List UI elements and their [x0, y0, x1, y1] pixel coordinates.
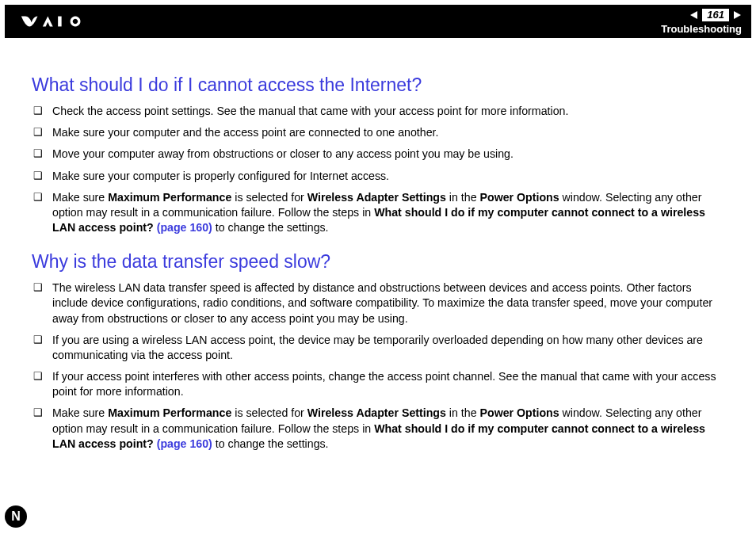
bullet-text: Make sure your computer is properly conf… [52, 169, 724, 184]
bullet-text: Make sure Maximum Performance is selecte… [52, 406, 724, 452]
page-header: 161 Troubleshooting [5, 5, 751, 38]
page-nav: 161 [689, 9, 742, 21]
bold-text: What should I do if my computer cannot c… [52, 422, 705, 450]
footer-marker: N [5, 505, 27, 528]
bold-text: Maximum Performance [108, 406, 231, 419]
bullet-text: The wireless LAN data transfer speed is … [52, 280, 724, 326]
bold-text: Power Options [480, 406, 559, 419]
bullet-icon: ❑ [32, 125, 52, 139]
svg-marker-2 [734, 11, 741, 19]
page-content: What should I do if I cannot access the … [0, 38, 756, 452]
bullet-icon: ❑ [32, 169, 52, 183]
list-item: ❑Make sure Maximum Performance is select… [32, 190, 724, 236]
bold-text: What should I do if my computer cannot c… [52, 206, 705, 234]
question-heading: Why is the data transfer speed slow? [32, 251, 724, 273]
bullet-icon: ❑ [32, 190, 52, 204]
bullet-icon: ❑ [32, 104, 52, 118]
list-item: ❑If you are using a wireless LAN access … [32, 333, 724, 363]
bold-text: Power Options [480, 191, 559, 204]
list-item: ❑Check the access point settings. See th… [32, 104, 724, 119]
vaio-logo [17, 14, 105, 29]
header-right: 161 Troubleshooting [661, 9, 742, 35]
bullet-icon: ❑ [32, 406, 52, 420]
nav-prev-icon[interactable] [689, 10, 699, 20]
list-item: ❑Make sure Maximum Performance is select… [32, 406, 724, 452]
section-label: Troubleshooting [661, 23, 742, 35]
list-item: ❑Make sure your computer and the access … [32, 125, 724, 140]
list-item: ❑The wireless LAN data transfer speed is… [32, 280, 724, 326]
svg-rect-0 [58, 17, 62, 27]
bold-text: Wireless Adapter Settings [307, 406, 446, 419]
bullet-icon: ❑ [32, 280, 52, 295]
bullet-text: Move your computer away from obstruction… [52, 147, 724, 162]
bullet-text: If your access point interferes with oth… [52, 369, 724, 399]
list-item: ❑If your access point interferes with ot… [32, 369, 724, 399]
bullet-text: If you are using a wireless LAN access p… [52, 333, 724, 363]
bold-text: Maximum Performance [108, 191, 231, 204]
list-item: ❑Make sure your computer is properly con… [32, 169, 724, 184]
bullet-icon: ❑ [32, 369, 52, 383]
bold-text: Wireless Adapter Settings [307, 191, 446, 204]
bullet-icon: ❑ [32, 333, 52, 347]
bullet-list: ❑Check the access point settings. See th… [32, 104, 724, 235]
page-number: 161 [702, 9, 729, 21]
bullet-text: Check the access point settings. See the… [52, 104, 724, 119]
list-item: ❑Move your computer away from obstructio… [32, 147, 724, 162]
bullet-text: Make sure Maximum Performance is selecte… [52, 190, 724, 236]
nav-next-icon[interactable] [732, 10, 742, 20]
bullet-icon: ❑ [32, 147, 52, 161]
bullet-text: Make sure your computer and the access p… [52, 125, 724, 140]
page-reference-link[interactable]: (page 160) [157, 221, 212, 234]
page-reference-link[interactable]: (page 160) [157, 437, 212, 450]
bullet-list: ❑The wireless LAN data transfer speed is… [32, 280, 724, 452]
question-heading: What should I do if I cannot access the … [32, 74, 724, 96]
svg-marker-1 [690, 11, 697, 19]
